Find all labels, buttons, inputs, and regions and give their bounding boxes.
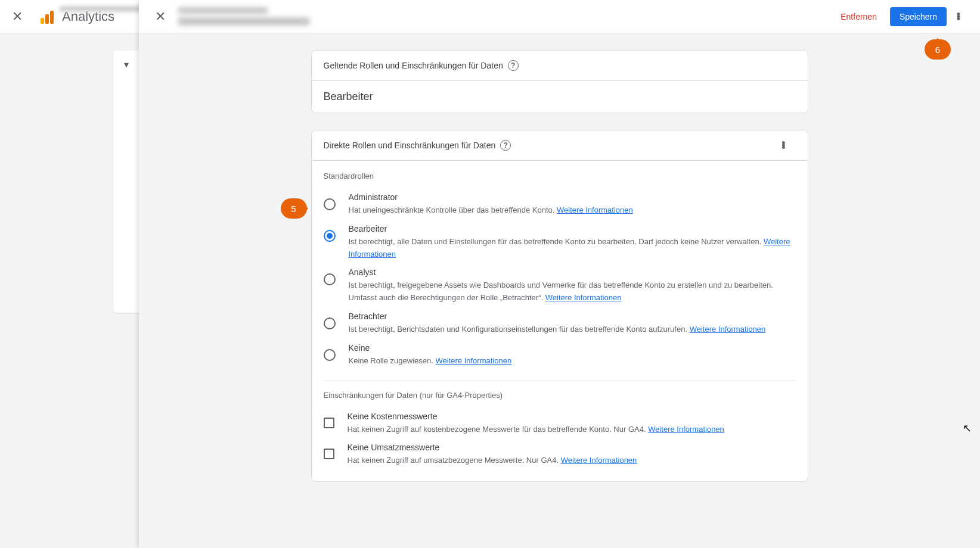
modal-body: Geltende Rollen und Einschränkungen für …: [139, 33, 980, 548]
role-desc: Hat uneingeschränkte Kontrolle über das …: [349, 204, 796, 217]
effective-role-value: Bearbeiter: [324, 91, 373, 103]
permissions-modal: ✕ Entfernen Speichern ••• Geltende Rolle…: [139, 0, 980, 548]
checkbox-icon[interactable]: [324, 418, 334, 428]
cursor-icon: ↖: [963, 422, 972, 435]
checkbox-icon[interactable]: [324, 449, 334, 459]
callout-marker-5: 5: [281, 198, 307, 219]
role-name: Keine: [349, 343, 796, 353]
radio-icon[interactable]: [324, 230, 336, 242]
role-name: Administrator: [349, 192, 796, 202]
restriction-name: Keine Umsatzmesswerte: [348, 443, 796, 452]
save-button[interactable]: Speichern: [890, 7, 947, 26]
role-option-analyst[interactable]: Analyst Ist berechtigt, freigegebene Ass…: [324, 264, 796, 308]
more-info-link[interactable]: Weitere Informationen: [557, 206, 633, 214]
callout-marker-6: 6: [925, 39, 951, 60]
close-icon[interactable]: ✕: [12, 9, 23, 24]
restrictions-label: Einschränkungen für Daten (nur für GA4-P…: [324, 391, 796, 400]
blurred-title-area: [178, 7, 832, 26]
role-option-bearbeiter[interactable]: Bearbeiter Ist berechtigt, alle Daten un…: [324, 220, 796, 264]
more-info-link[interactable]: Weitere Informationen: [436, 356, 512, 365]
restriction-name: Keine Kostenmesswerte: [348, 412, 796, 421]
effective-roles-title: Geltende Rollen und Einschränkungen für …: [324, 61, 503, 70]
more-menu-icon[interactable]: •••: [947, 13, 970, 20]
direct-roles-title: Direkte Rollen und Einschränkungen für D…: [324, 141, 496, 150]
role-option-betrachter[interactable]: Betrachter Ist berechtigt, Berichtsdaten…: [324, 308, 796, 340]
role-option-keine[interactable]: Keine Keine Rolle zugewiesen. Weitere In…: [324, 340, 796, 371]
modal-header: ✕ Entfernen Speichern •••: [139, 0, 980, 33]
role-desc: Ist berechtigt, Berichtsdaten und Konfig…: [349, 323, 796, 336]
remove-button[interactable]: Entfernen: [832, 7, 885, 26]
role-name: Bearbeiter: [349, 224, 796, 233]
direct-roles-card: Direkte Rollen und Einschränkungen für D…: [311, 130, 808, 482]
role-name: Analyst: [349, 267, 796, 277]
role-name: Betrachter: [349, 312, 796, 321]
role-desc: Ist berechtigt, freigegebene Assets wie …: [349, 279, 796, 304]
help-icon[interactable]: ?: [508, 60, 519, 71]
role-desc: Ist berechtigt, alle Daten und Einstellu…: [349, 236, 796, 261]
restriction-desc: Hat keinen Zugriff auf umsatzbezogene Me…: [348, 454, 796, 467]
role-option-administrator[interactable]: Administrator Hat uneingeschränkte Kontr…: [324, 189, 796, 220]
radio-icon[interactable]: [324, 198, 336, 210]
divider: [324, 381, 796, 381]
effective-roles-card: Geltende Rollen und Einschränkungen für …: [311, 50, 808, 113]
restriction-desc: Hat keinen Zugriff auf kostenbezogene Me…: [348, 424, 796, 436]
help-icon[interactable]: ?: [500, 140, 511, 151]
more-info-link[interactable]: Weitere Informationen: [561, 456, 637, 465]
role-desc: Keine Rolle zugewiesen. Weitere Informat…: [349, 355, 796, 368]
more-info-link[interactable]: Weitere Informationen: [545, 293, 622, 302]
restriction-option-umsatz[interactable]: Keine Umsatzmesswerte Hat keinen Zugriff…: [324, 439, 796, 471]
standard-roles-label: Standardrollen: [324, 172, 796, 180]
radio-icon[interactable]: [324, 349, 336, 361]
restriction-option-kosten[interactable]: Keine Kostenmesswerte Hat keinen Zugriff…: [324, 408, 796, 440]
radio-icon[interactable]: [324, 273, 336, 285]
more-info-link[interactable]: Weitere Informationen: [648, 425, 724, 434]
analytics-logo-icon: [41, 10, 55, 24]
close-icon[interactable]: ✕: [148, 9, 172, 24]
more-info-link[interactable]: Weitere Informationen: [690, 325, 766, 334]
more-menu-icon[interactable]: •••: [772, 142, 796, 149]
radio-icon[interactable]: [324, 317, 336, 329]
